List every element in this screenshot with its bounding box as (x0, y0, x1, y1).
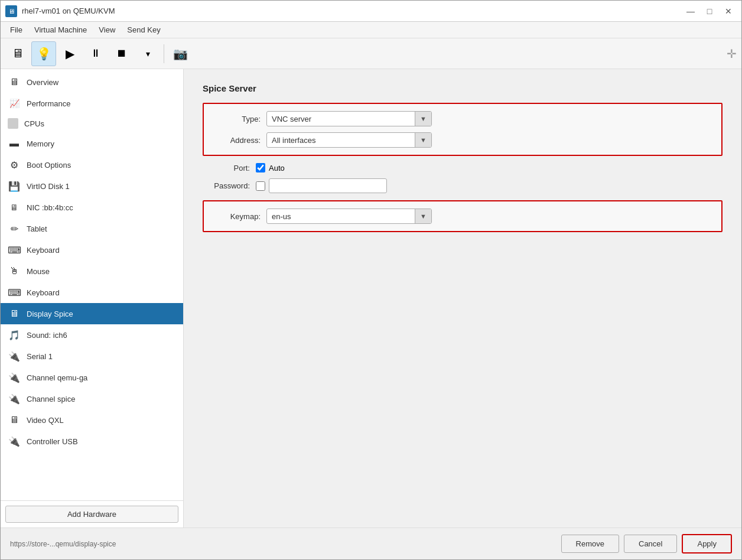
keymap-dropdown[interactable]: en-us ▼ (266, 209, 432, 224)
menu-virtual-machine[interactable]: Virtual Machine (30, 24, 92, 36)
sidebar-label-virtio-disk: VirtIO Disk 1 (27, 182, 70, 191)
type-label: Type: (213, 115, 266, 123)
sidebar-item-display-spice[interactable]: 🖥 Display Spice (1, 303, 183, 324)
sidebar-item-video-qxl[interactable]: 🖥 Video QXL (1, 409, 183, 431)
section-title: Spice Server (203, 83, 723, 93)
display-spice-icon: 🖥 (8, 307, 21, 320)
nic-icon: 🖥 (8, 201, 21, 214)
password-input[interactable] (269, 178, 387, 193)
sidebar-item-channel-spice[interactable]: 🔌 Channel spice (1, 388, 183, 409)
menu-view[interactable]: View (94, 24, 120, 36)
sidebar-item-tablet[interactable]: ✏ Tablet (1, 218, 183, 239)
password-enable-checkbox[interactable] (256, 181, 265, 191)
menu-file[interactable]: File (5, 24, 27, 36)
sidebar-label-mouse: Mouse (27, 267, 50, 276)
keymap-label: Keymap: (213, 212, 266, 221)
sidebar-item-nic[interactable]: 🖥 NIC :bb:4b:cc (1, 197, 183, 218)
address-label: Address: (213, 136, 266, 145)
main-panel: Spice Server Type: VNC server ▼ Address:… (184, 69, 741, 528)
sidebar-label-cpus: CPUs (24, 119, 44, 128)
sidebar-label-controller-usb: Controller USB (27, 437, 78, 446)
toolbar-stop-button[interactable]: ⏹ (109, 41, 134, 66)
channel-qemu-ga-icon: 🔌 (8, 371, 21, 384)
video-qxl-icon: 🖥 (8, 414, 21, 426)
toolbar-more-button[interactable]: ▾ (135, 41, 160, 66)
sidebar-item-controller-usb[interactable]: 🔌 Controller USB (1, 431, 183, 452)
address-dropdown[interactable]: All interfaces ▼ (266, 132, 432, 148)
sidebar-item-cpus[interactable]: CPUs (1, 114, 183, 133)
sidebar-item-keyboard[interactable]: ⌨ Keyboard (1, 239, 183, 261)
sidebar-item-keyboard2[interactable]: ⌨ Keyboard (1, 282, 183, 303)
titlebar: 🖥 rhel7-vm01 on QEMU/KVM — □ ✕ (1, 1, 741, 22)
pause-icon: ⏸ (90, 47, 101, 60)
apply-button[interactable]: Apply (682, 534, 732, 554)
password-label: Password: (203, 181, 256, 190)
toolbar-play-button[interactable]: ▶ (57, 41, 82, 66)
sidebar-item-channel-qemu-ga[interactable]: 🔌 Channel qemu-ga (1, 367, 183, 388)
controller-usb-icon: 🔌 (8, 435, 21, 448)
display-icon: 🖥 (12, 47, 24, 60)
sidebar-label-video-qxl: Video QXL (27, 416, 64, 425)
sidebar-item-overview[interactable]: 🖥 Overview (1, 71, 183, 93)
sidebar-item-mouse[interactable]: 🖱 Mouse (1, 261, 183, 282)
more-icon: ▾ (146, 49, 150, 58)
close-button[interactable]: ✕ (720, 5, 737, 18)
add-hardware-button[interactable]: Add Hardware (5, 506, 178, 523)
toolbar-screenshot-button[interactable]: 📷 (168, 41, 193, 66)
sidebar-item-performance[interactable]: 📈 Performance (1, 93, 183, 114)
tablet-icon: ✏ (8, 222, 21, 235)
sidebar-label-overview: Overview (27, 78, 58, 87)
type-address-section: Type: VNC server ▼ Address: All interfac… (203, 103, 723, 156)
sidebar-label-tablet: Tablet (27, 224, 47, 233)
info-icon: 💡 (37, 47, 51, 61)
memory-icon: ▬ (8, 137, 21, 150)
content-area: 🖥 Overview 📈 Performance CPUs ▬ Memory (1, 69, 741, 528)
performance-icon: 📈 (8, 97, 21, 110)
sidebar: 🖥 Overview 📈 Performance CPUs ▬ Memory (1, 69, 184, 528)
main-window: 🖥 rhel7-vm01 on QEMU/KVM — □ ✕ File Virt… (0, 0, 742, 560)
cpus-icon (8, 118, 18, 129)
address-dropdown-arrow: ▼ (415, 133, 431, 147)
toolbar-display-button[interactable]: 🖥 (5, 41, 30, 66)
password-inline (256, 178, 387, 193)
type-dropdown[interactable]: VNC server ▼ (266, 111, 432, 126)
channel-spice-icon: 🔌 (8, 392, 21, 405)
maximize-button[interactable]: □ (701, 5, 718, 18)
screenshot-icon: 📷 (173, 47, 188, 61)
sidebar-label-keyboard: Keyboard (27, 246, 60, 255)
move-icon: ✛ (727, 47, 737, 61)
sidebar-item-serial1[interactable]: 🔌 Serial 1 (1, 346, 183, 367)
mouse-icon: 🖱 (8, 265, 21, 278)
sidebar-item-memory[interactable]: ▬ Memory (1, 133, 183, 154)
sidebar-item-sound-ich6[interactable]: 🎵 Sound: ich6 (1, 324, 183, 346)
sidebar-label-memory: Memory (27, 139, 54, 148)
cancel-button[interactable]: Cancel (624, 535, 677, 553)
remove-button[interactable]: Remove (561, 535, 619, 553)
port-auto-checkbox[interactable] (256, 163, 265, 172)
window-controls: — □ ✕ (682, 5, 737, 18)
virtio-disk-icon: 💾 (8, 180, 21, 193)
toolbar-info-button[interactable]: 💡 (31, 41, 56, 66)
sidebar-label-serial1: Serial 1 (27, 352, 53, 361)
port-label: Port: (203, 164, 256, 172)
status-text: https://store-...qemu/display-spice (10, 540, 556, 548)
sidebar-item-boot-options[interactable]: ⚙ Boot Options (1, 154, 183, 175)
sidebar-label-performance: Performance (27, 99, 70, 108)
port-row: Port: Auto (203, 163, 723, 172)
keymap-value: en-us (272, 212, 291, 221)
bottom-bar: https://store-...qemu/display-spice Remo… (1, 528, 741, 559)
toolbar: 🖥 💡 ▶ ⏸ ⏹ ▾ 📷 ✛ (1, 38, 741, 69)
sidebar-footer: Add Hardware (1, 500, 183, 528)
toolbar-separator (164, 44, 164, 63)
password-row: Password: (203, 178, 723, 193)
address-row: Address: All interfaces ▼ (213, 132, 712, 148)
keyboard2-icon: ⌨ (8, 286, 21, 299)
menu-send-key[interactable]: Send Key (122, 24, 165, 36)
minimize-button[interactable]: — (682, 5, 699, 18)
app-icon: 🖥 (5, 5, 17, 17)
sidebar-item-virtio-disk[interactable]: 💾 VirtIO Disk 1 (1, 175, 183, 197)
toolbar-pause-button[interactable]: ⏸ (83, 41, 108, 66)
play-icon: ▶ (66, 47, 74, 61)
sound-icon: 🎵 (8, 328, 21, 341)
type-row: Type: VNC server ▼ (213, 111, 712, 126)
